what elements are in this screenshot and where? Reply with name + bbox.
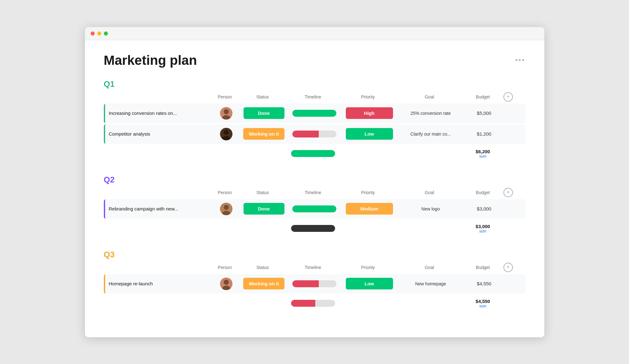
col-goal: Goal: [396, 190, 463, 195]
q1-section: Q1 Person Status Timeline Priority Goal …: [104, 79, 525, 161]
sum-label: sum: [463, 229, 503, 233]
priority-button[interactable]: Low: [346, 128, 393, 140]
timeline-bar: [292, 110, 336, 117]
col-person: Person: [211, 190, 239, 195]
col-add: +: [503, 263, 517, 272]
page-title: Marketing plan: [104, 53, 197, 68]
budget-cell: $5,000: [464, 110, 505, 116]
more-options-button[interactable]: •••: [515, 56, 525, 64]
person-cell: [212, 277, 240, 290]
person-cell: [212, 128, 240, 140]
table-row: Competitor analysis Working on it: [104, 124, 525, 144]
timeline-cell: [288, 131, 341, 137]
q2-summary-row: $3,000 sum: [104, 221, 525, 236]
summary-bar: [291, 150, 335, 157]
priority-cell: High: [341, 107, 398, 119]
close-button[interactable]: [91, 31, 95, 36]
col-status: Status: [239, 265, 286, 270]
q1-title: Q1: [104, 79, 115, 89]
timeline-bar: [292, 280, 336, 287]
priority-cell: Medium: [341, 203, 398, 215]
q3-summary-row: $4,550 sum: [104, 296, 525, 311]
budget-cell: $4,550: [464, 281, 505, 286]
goal-cell: New logo: [398, 206, 464, 211]
col-timeline: Timeline: [286, 94, 340, 99]
timeline-cell: [288, 110, 341, 117]
col-status: Status: [239, 190, 286, 195]
timeline-cell: [288, 205, 341, 212]
status-button[interactable]: Working on it: [243, 278, 285, 289]
priority-button[interactable]: High: [346, 107, 393, 119]
status-cell: Working on it: [240, 128, 288, 140]
q2-section: Q2 Person Status Timeline Priority Goal …: [104, 175, 525, 236]
minimize-button[interactable]: [97, 31, 101, 36]
status-button[interactable]: Working on it: [243, 128, 285, 140]
svg-point-1: [224, 109, 229, 114]
task-label: Rebranding campaign with new...: [105, 206, 212, 211]
sum-label: sum: [463, 304, 503, 308]
col-status: Status: [239, 94, 286, 99]
budget-cell: $1,200: [464, 131, 505, 137]
task-label: Competitor analysis: [105, 131, 212, 137]
q2-add-button[interactable]: +: [503, 188, 513, 197]
q3-header: Q3: [104, 250, 525, 260]
timeline-bar: [292, 131, 336, 137]
budget-cell: $3,000: [464, 206, 505, 211]
timeline-fill: [292, 110, 336, 117]
app-window: Marketing plan ••• Q1 Person Status Time…: [85, 27, 544, 337]
col-budget: Budget: [463, 94, 503, 99]
col-priority: Priority: [340, 265, 396, 270]
table-row: Homepage re-launch Working on it: [104, 274, 525, 294]
timeline-bar: [292, 205, 336, 212]
priority-button[interactable]: Medium: [346, 203, 393, 215]
q2-header: Q2: [104, 175, 525, 185]
timeline-cell: [288, 280, 341, 287]
summary-budget: $4,550 sum: [463, 299, 503, 308]
q2-col-headers: Person Status Timeline Priority Goal Bud…: [104, 188, 525, 199]
summary-timeline: [286, 225, 340, 232]
status-cell: Done: [240, 203, 288, 215]
svg-point-10: [224, 280, 229, 285]
summary-timeline: [286, 300, 340, 307]
q1-summary-row: $6,200 sum: [104, 146, 525, 161]
priority-button[interactable]: Low: [346, 278, 393, 289]
status-cell: Working on it: [240, 278, 288, 289]
goal-cell: New homepage: [398, 281, 464, 286]
col-goal: Goal: [396, 265, 463, 270]
timeline-fill: [292, 205, 336, 212]
q1-add-button[interactable]: +: [503, 92, 513, 102]
person-cell: [212, 203, 240, 215]
col-timeline: Timeline: [286, 190, 340, 195]
task-label: Homepage re-launch: [105, 281, 212, 286]
q3-col-headers: Person Status Timeline Priority Goal Bud…: [104, 263, 525, 274]
summary-budget: $3,000 sum: [463, 224, 503, 233]
q1-header: Q1: [104, 79, 525, 89]
q1-rows: Increasing conversion rates on... Done: [104, 104, 525, 145]
sum-amount: $6,200: [463, 149, 503, 154]
col-budget: Budget: [463, 190, 503, 195]
table-row: Increasing conversion rates on... Done: [104, 104, 525, 123]
priority-cell: Low: [341, 128, 398, 140]
col-add: +: [503, 188, 517, 197]
status-button[interactable]: Done: [244, 107, 284, 119]
q3-add-button[interactable]: +: [503, 263, 513, 272]
col-person: Person: [211, 265, 239, 270]
summary-bar-fill: [291, 300, 335, 307]
maximize-button[interactable]: [104, 31, 108, 36]
goal-cell: Clarify our main co...: [398, 132, 464, 137]
main-content: Marketing plan ••• Q1 Person Status Time…: [85, 40, 544, 337]
sum-label: sum: [463, 154, 503, 159]
sum-amount: $3,000: [463, 224, 503, 229]
table-row: Rebranding campaign with new... Done: [104, 199, 525, 219]
task-label: Increasing conversion rates on...: [105, 110, 212, 116]
col-person: Person: [211, 94, 239, 99]
col-budget: Budget: [463, 265, 503, 270]
q3-title: Q3: [104, 250, 115, 260]
avatar: [220, 203, 233, 215]
status-cell: Done: [240, 107, 288, 119]
summary-bar-fill: [291, 225, 335, 232]
col-priority: Priority: [340, 94, 396, 99]
col-timeline: Timeline: [286, 265, 340, 270]
status-button[interactable]: Done: [244, 203, 284, 215]
summary-bar-fill: [291, 150, 335, 157]
